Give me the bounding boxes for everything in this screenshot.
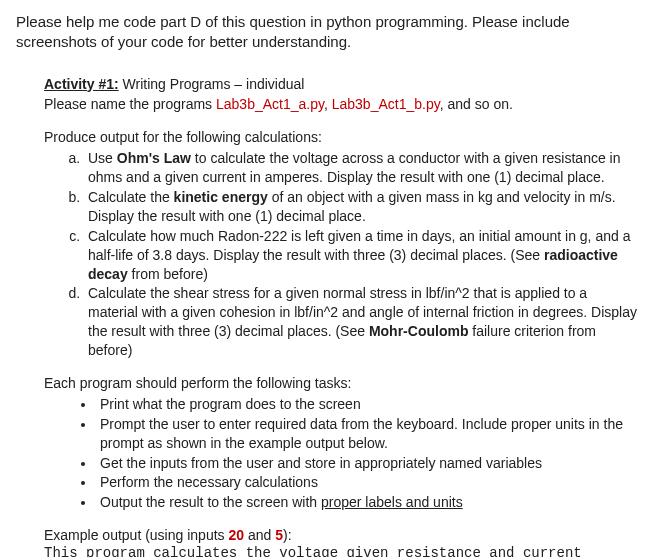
tasks-list: Print what the program does to the scree… <box>44 395 639 512</box>
item-a-pre: Use <box>88 150 117 166</box>
item-a-bold: Ohm's Law <box>117 150 191 166</box>
calculations-intro: Produce output for the following calcula… <box>44 128 639 147</box>
item-b-bold: kinetic energy <box>174 189 268 205</box>
item-c: Calculate how much Radon-222 is left giv… <box>84 227 639 284</box>
example-lead-mid: and <box>244 527 275 543</box>
example-lead-pre: Example output (using inputs <box>44 527 228 543</box>
task-2: Prompt the user to enter required data f… <box>96 415 639 453</box>
filename-a: Lab3b_Act1_a.py <box>216 96 324 112</box>
example-input-2: 5 <box>275 527 283 543</box>
document-body: Activity #1: Writing Programs – individu… <box>16 75 649 558</box>
task-4: Perform the necessary calculations <box>96 473 639 492</box>
example-heading: Example output (using inputs 20 and 5): <box>44 526 639 545</box>
task-5: Output the result to the screen with pro… <box>96 493 639 512</box>
item-d: Calculate the shear stress for a given n… <box>84 284 639 360</box>
example-lead-post: ): <box>283 527 292 543</box>
task-3: Get the inputs from the user and store i… <box>96 454 639 473</box>
tasks-intro: Each program should perform the followin… <box>44 374 639 393</box>
item-b: Calculate the kinetic energy of an objec… <box>84 188 639 226</box>
naming-lead: Please name the programs <box>44 96 216 112</box>
naming-tail: , and so on. <box>440 96 513 112</box>
example-output-block: This program calculates the voltage give… <box>44 545 639 557</box>
item-b-pre: Calculate the <box>88 189 174 205</box>
item-a: Use Ohm's Law to calculate the voltage a… <box>84 149 639 187</box>
activity-number: Activity #1: <box>44 76 119 92</box>
filename-sep: , <box>324 96 332 112</box>
activity-heading: Activity #1: Writing Programs – individu… <box>44 75 639 94</box>
item-c-post: from before) <box>128 266 208 282</box>
question-intro: Please help me code part D of this quest… <box>16 12 649 53</box>
task-1: Print what the program does to the scree… <box>96 395 639 414</box>
example-input-1: 20 <box>228 527 244 543</box>
activity-title-text: Writing Programs – individual <box>119 76 305 92</box>
calculations-list: Use Ohm's Law to calculate the voltage a… <box>44 149 639 360</box>
naming-instruction: Please name the programs Lab3b_Act1_a.py… <box>44 95 639 114</box>
example-line-1: This program calculates the voltage give… <box>44 545 639 557</box>
task-5-pre: Output the result to the screen with <box>100 494 321 510</box>
item-d-bold: Mohr-Coulomb <box>369 323 469 339</box>
filename-b: Lab3b_Act1_b.py <box>332 96 440 112</box>
task-5-underline: proper labels and units <box>321 494 463 510</box>
